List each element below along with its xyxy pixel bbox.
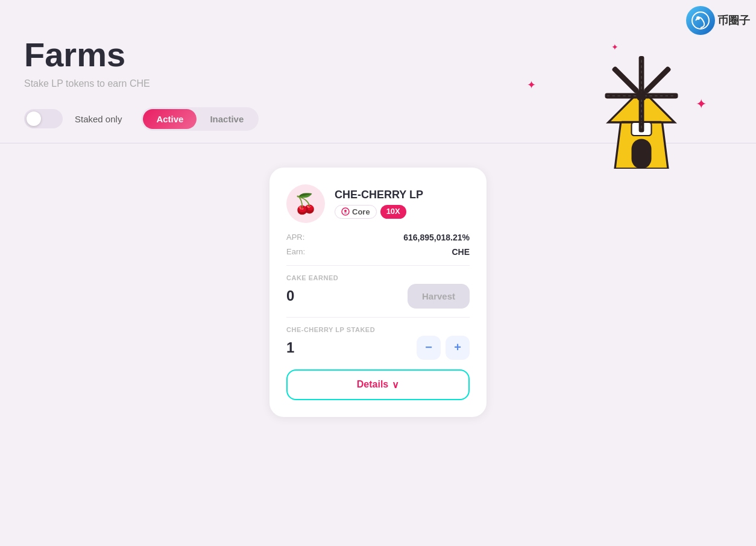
toggle-knob [27, 111, 41, 126]
staked-row: 1 − + [286, 336, 470, 360]
card-header: 🍒 CHE-CHERRY LP Core 10X [286, 184, 470, 223]
increase-button[interactable]: + [446, 336, 470, 360]
earned-section: CAKE EARNED 0 Harvest [286, 274, 470, 309]
card-badges: Core 10X [335, 205, 423, 219]
apr-row: APR: 616,895,018.21% [286, 233, 470, 242]
staked-only-label: Staked only [75, 114, 122, 124]
inactive-tab[interactable]: Inactive [197, 109, 257, 129]
card-title-area: CHE-CHERRY LP Core 10X [335, 189, 423, 219]
cake-earned-value: 0 [286, 287, 294, 304]
cake-earned-label: CAKE EARNED [286, 274, 470, 281]
shield-icon [341, 207, 350, 216]
section-divider-1 [286, 265, 470, 266]
card-title: CHE-CHERRY LP [335, 189, 423, 201]
multiplier-badge: 10X [380, 205, 406, 219]
stepper-group: − + [417, 336, 470, 360]
details-button[interactable]: Details ∨ [286, 369, 470, 400]
svg-point-20 [344, 210, 347, 212]
farm-card: 🍒 CHE-CHERRY LP Core 10X [269, 168, 487, 417]
decrease-button[interactable]: − [417, 336, 441, 360]
section-divider-2 [286, 317, 470, 318]
staked-section: CHE-CHERRY LP STAKED 1 − + [286, 326, 470, 360]
earn-value: CHE [452, 247, 470, 257]
staked-only-toggle[interactable] [24, 109, 63, 128]
svg-rect-4 [632, 139, 652, 169]
staked-label: CHE-CHERRY LP STAKED [286, 326, 470, 333]
apr-value: 616,895,018.21% [403, 233, 470, 242]
status-tab-group: Active Inactive [141, 107, 259, 131]
svg-rect-18 [622, 121, 661, 122]
earn-label: Earn: [286, 247, 305, 256]
page-title: Farms [24, 36, 756, 74]
token-icon: 🍒 [286, 184, 325, 223]
svg-point-17 [637, 92, 645, 99]
apr-label: APR: [286, 233, 304, 242]
active-tab[interactable]: Active [143, 109, 197, 129]
staked-value: 1 [286, 339, 294, 356]
core-badge: Core [335, 205, 377, 219]
page-header: Farms Stake LP tokens to earn CHE [0, 0, 756, 89]
cards-container: 🍒 CHE-CHERRY LP Core 10X [0, 155, 756, 429]
earn-row: Earn: CHE [286, 247, 470, 257]
harvest-button[interactable]: Harvest [408, 284, 470, 309]
page-subtitle: Stake LP tokens to earn CHE [24, 78, 756, 89]
earned-row: 0 Harvest [286, 284, 470, 309]
